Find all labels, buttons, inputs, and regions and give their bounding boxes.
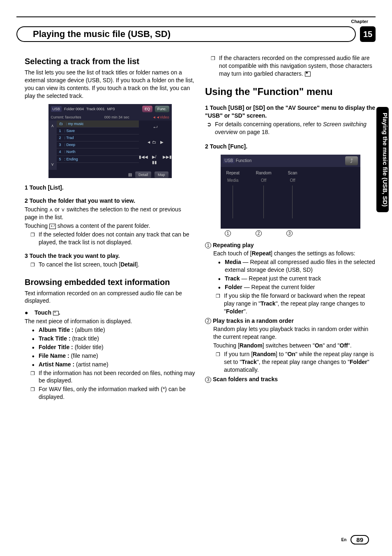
func-2-note: If you turn [Random] to "On" while the r… <box>224 350 376 374</box>
header-right-cap <box>344 26 356 42</box>
prev-track-icon[interactable]: ▮◀◀ <box>139 154 148 165</box>
next-track-icon[interactable]: ▶▶▮ <box>163 154 172 165</box>
end-icon <box>305 72 311 76</box>
repeat-button[interactable]: RepeatMedia <box>226 170 240 221</box>
info-fields-list: Album Title : (album title) Track Title … <box>25 326 195 368</box>
callout-2: 2 <box>256 230 262 236</box>
func-step-1-ref: For details concerning operations, refer… <box>205 120 376 136</box>
page-down-icon: ⋎ <box>61 206 65 213</box>
shot1-func-button[interactable]: Func. <box>155 106 169 112</box>
step-1: 1 Touch [List]. <box>25 184 195 192</box>
info-item: Track Title : (track title) <box>39 335 195 343</box>
info-item: Artist Name : (artist name) <box>39 361 195 368</box>
header-top-line <box>16 16 376 17</box>
browse-note-b: For WAV files, only the information mark… <box>39 385 195 401</box>
shot1-folder: Folder 0004 <box>64 107 84 111</box>
browse-note-a: If the information has not been recorded… <box>39 369 195 385</box>
shot1-eq-button[interactable]: EQ <box>142 106 152 112</box>
list-row[interactable]: 4: North <box>57 148 139 155</box>
func-2-body2: Touching [Random] switches between "On" … <box>205 342 376 350</box>
shot1-list: 🗀: my music 1: Save 2: Trad 3: Deep 4: N… <box>57 120 139 170</box>
callout-1: 1 <box>225 230 231 236</box>
parent-folder-icon: ⮠ <box>49 224 56 229</box>
random-button[interactable]: RandomOff <box>256 170 272 221</box>
list-row[interactable]: 5: Ending <box>57 156 139 163</box>
info-icon[interactable]: ▤ <box>128 172 132 178</box>
scroll-up-icon[interactable]: ⋏ <box>51 123 54 129</box>
section-browsing: Browsing embedded text information <box>25 277 195 288</box>
repeat-media: Media — Repeat all compressed audio file… <box>225 258 376 274</box>
shot2-title: Function <box>236 158 251 163</box>
info-item: File Name : (file name) <box>39 352 195 360</box>
list-row[interactable]: 3: Deep <box>57 141 139 148</box>
scroll-down-icon[interactable]: ⋎ <box>51 162 54 167</box>
list-row[interactable]: 🗀: my music <box>57 120 139 127</box>
content-columns: Selecting a track from the list The list… <box>25 53 376 402</box>
list-screenshot: USB Folder 0004 Track 0001 MP3 EQ Func. … <box>48 104 172 178</box>
func-step-2: 2 Touch [Func]. <box>205 143 376 151</box>
right-column: If the characters recorded on the compre… <box>205 53 376 402</box>
selecting-intro: The list lets you see the list of track … <box>25 69 195 100</box>
left-column: Selecting a track from the list The list… <box>25 53 195 402</box>
detail-button[interactable]: Detail <box>135 171 151 178</box>
header-bar: Playing the music file (USB, SD) 15 <box>16 26 376 42</box>
prev-folder-icon[interactable]: ◄ 🗀 <box>147 139 156 145</box>
up-folder-icon[interactable]: ⮠ <box>153 125 157 131</box>
shot2-usb-badge: USB <box>223 158 235 163</box>
func-1: 1Repeating play <box>205 241 376 249</box>
shot1-usb-badge: USB <box>51 106 62 112</box>
step-2: 2 Touch the folder that you want to view… <box>25 197 195 205</box>
next-folder-icon[interactable]: ▶ <box>160 139 164 145</box>
repeat-folder: Folder — Repeat the current folder <box>225 283 376 291</box>
page-number: 89 <box>350 535 369 544</box>
repeat-track: Track — Repeat just the current track <box>225 275 376 283</box>
shot1-track: Track 0001 <box>86 107 105 111</box>
list-row[interactable]: 1: Save <box>57 127 139 134</box>
info-display-icon <box>53 311 59 315</box>
shot1-current: Current: favourites <box>51 115 81 120</box>
footer: En 89 <box>341 535 369 544</box>
callout-labels: 1 2 3 <box>205 230 376 236</box>
language-label: En <box>341 537 347 542</box>
page-up-icon: ⋏ <box>49 206 53 213</box>
step3-note: To cancel the list screen, touch [Detail… <box>39 261 195 269</box>
header-left-cap <box>16 26 29 42</box>
info-item: Album Title : (album title) <box>39 326 195 334</box>
func-3: 3Scan folders and tracks <box>205 375 376 383</box>
func-1-body: Each touch of [Repeat] changes the setti… <box>205 250 376 257</box>
browsing-intro: Text information recorded on an compress… <box>25 290 195 305</box>
shot1-scrollbar[interactable]: ⋏ ⋎ <box>48 120 57 170</box>
side-tab: Playing the music file (USB, SD) <box>376 107 389 212</box>
step2-desc-a: Touching ⋏ or ⋎ switches the selection t… <box>25 206 195 221</box>
scan-button[interactable]: ScanOff <box>288 170 297 221</box>
chapter-label: Chapter <box>0 19 368 24</box>
shot1-time: 000 min 34 sec <box>104 115 129 120</box>
shot1-video[interactable]: ◄◄Video <box>152 115 169 120</box>
back-button[interactable]: ⤴ <box>345 156 358 166</box>
touch-step: Touch . <box>25 309 195 317</box>
list-row[interactable]: 2: Trad <box>57 134 139 141</box>
func-step-1: 1 Touch [USB] or [SD] on the "AV Source"… <box>205 104 376 120</box>
func-1-note: If you skip the file forward or backward… <box>224 292 376 315</box>
func-2: 2Play tracks in a random order <box>205 317 376 325</box>
step-3: 3 Touch the track you want to play. <box>25 252 195 260</box>
func-2-body: Random play lets you playback tracks in … <box>205 325 376 341</box>
page-title: Playing the music file (USB, SD) <box>29 26 344 42</box>
map-button[interactable]: Map <box>154 171 168 178</box>
step2-desc-b: Touching ⮠ shows a content of the parent… <box>25 222 195 230</box>
info-item: Folder Title : (folder title) <box>39 343 195 351</box>
chapter-number-badge: 15 <box>360 26 376 42</box>
garbled-note: If the characters recorded on the compre… <box>219 54 376 78</box>
play-pause-icon[interactable]: ▶/▮▮ <box>152 154 159 165</box>
function-screenshot: USB Function ⤴ RepeatMedia RandomOff Sca… <box>221 155 360 229</box>
callout-3: 3 <box>286 230 293 236</box>
section-selecting: Selecting a track from the list <box>25 56 195 67</box>
step2-note: If the selected folder does not contain … <box>39 231 195 246</box>
next-info: The next piece of information is display… <box>25 317 195 325</box>
shot1-mp3: MP3 <box>107 107 115 111</box>
section-function-menu: Using the "Function" menu <box>205 85 376 98</box>
